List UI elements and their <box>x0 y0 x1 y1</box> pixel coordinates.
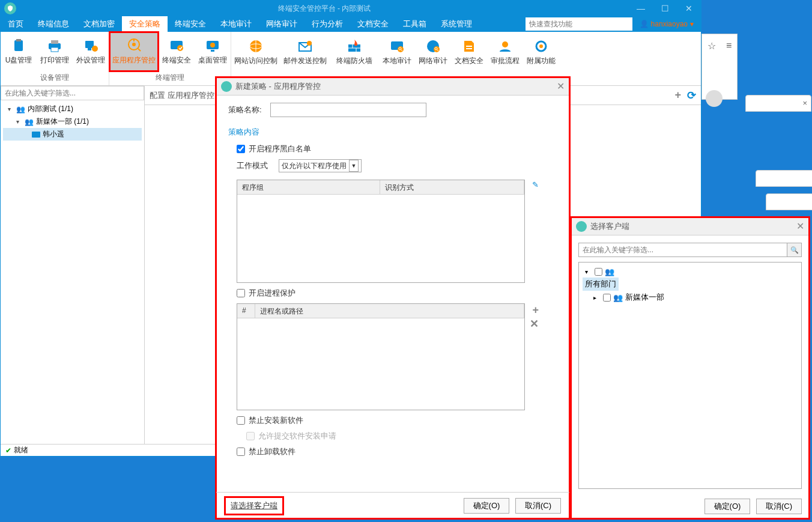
col-index: # <box>237 304 255 318</box>
refresh-button[interactable]: ⟳ <box>687 89 696 102</box>
process-grid[interactable]: # 进程名或路径 + ✕ <box>237 303 525 410</box>
menu-toolbox[interactable]: 工具箱 <box>396 16 434 32</box>
chk-dept[interactable] <box>603 294 611 302</box>
search-input[interactable] <box>526 17 632 31</box>
svg-point-27 <box>398 46 404 52</box>
svg-line-11 <box>138 49 141 51</box>
menu-behavior[interactable]: 行为分析 <box>304 16 350 32</box>
svg-rect-0 <box>14 40 23 51</box>
ok-button[interactable]: 确定(O) <box>464 498 509 514</box>
ribbon-local-audit[interactable]: 本地审计 <box>379 32 415 73</box>
ribbon-net-audit[interactable]: 网络审计 <box>415 32 451 73</box>
ribbon-print[interactable]: 打印管理 <box>37 32 73 71</box>
user-menu[interactable]: 👤 hanxiaoyao ▾ <box>632 20 701 28</box>
svg-rect-4 <box>51 47 58 52</box>
ribbon-desktop[interactable]: 桌面管理 <box>195 32 231 71</box>
search-button[interactable]: 🔍 <box>787 243 802 257</box>
background-tab <box>766 193 812 210</box>
chevron-right-icon: ▸ <box>593 294 601 301</box>
menu-terminal-security[interactable]: 终端安全 <box>168 16 213 32</box>
close-button[interactable]: ✕ <box>677 1 701 16</box>
chk-blacklist[interactable] <box>237 145 245 153</box>
people-icon: 👥 <box>613 293 623 302</box>
app-icon <box>576 221 587 232</box>
ribbon-peripheral[interactable]: 外设管理 <box>73 32 109 71</box>
people-icon: 👥 <box>16 105 25 114</box>
menu-local-audit[interactable]: 本地审计 <box>213 16 259 32</box>
ribbon-extras[interactable]: 附属功能 <box>523 32 559 73</box>
menu-terminal-info[interactable]: 终端信息 <box>31 16 76 32</box>
program-group-grid[interactable]: 程序组 识别方式 ✎ <box>237 180 525 283</box>
client-search-input[interactable] <box>578 243 787 257</box>
ribbon-app-control[interactable]: 应用程序管控 <box>109 32 159 71</box>
add-icon[interactable]: + <box>532 304 539 317</box>
ribbon-group-device: 设备管理 <box>1 71 109 85</box>
work-mode-label: 工作模式 <box>237 160 273 171</box>
close-icon[interactable]: ✕ <box>796 220 804 232</box>
cancel-button[interactable]: 取消(C) <box>515 498 561 514</box>
minimize-button[interactable]: — <box>629 1 653 16</box>
tree-root-all[interactable]: ▾ 👥 <box>583 266 798 278</box>
ribbon-firewall[interactable]: 终端防火墙 <box>330 32 379 73</box>
menu-doc-encrypt[interactable]: 文档加密 <box>76 16 122 32</box>
terminal-sec-icon <box>167 38 186 53</box>
titlebar: 终端安全管控平台 - 内部测试 — ☐ ✕ <box>1 1 701 16</box>
ribbon-approval[interactable]: 审批流程 <box>487 32 523 73</box>
ribbon-doc-security[interactable]: 文档安全 <box>451 32 487 73</box>
edit-icon[interactable]: ✎ <box>532 180 539 189</box>
svg-rect-1 <box>16 39 21 41</box>
close-icon[interactable]: ✕ <box>557 80 565 92</box>
chevron-down-icon: ▾ <box>690 20 694 28</box>
firewall-icon <box>345 39 364 53</box>
ribbon-mail-control[interactable]: 邮件发送控制 <box>280 32 330 73</box>
ribbon-web-control[interactable]: 网站访问控制 <box>231 32 280 73</box>
ribbon-terminal-sec[interactable]: 终端安全 <box>159 32 195 71</box>
tree-root[interactable]: ▾ 👥 内部测试 (1/1) <box>3 103 142 115</box>
client-tree: ▾ 👥 所有部门 ▸ 👥 新媒体一部 <box>578 262 802 489</box>
local-audit-icon <box>387 39 407 53</box>
usb-icon <box>9 38 28 53</box>
tree-dept-item[interactable]: ▸ 👥 新媒体一部 <box>583 291 798 304</box>
policy-name-input[interactable] <box>270 103 426 117</box>
select-client-dialog: 选择客户端 ✕ 🔍 ▾ 👥 所有部门 ▸ 👥 新媒体一部 确定(O) <box>571 217 810 519</box>
new-policy-dialog: 新建策略 - 应用程序管控 ✕ 策略名称: 策略内容 开启程序黑白名单 工作模式… <box>216 77 570 519</box>
tree-user[interactable]: 韩小遥 <box>3 128 142 141</box>
peripheral-icon <box>81 38 100 53</box>
star-icon: ☆ <box>707 40 716 52</box>
menu-security-policy[interactable]: 安全策略 <box>122 16 168 32</box>
org-tree: ▾ 👥 内部测试 (1/1) ▾ 👥 新媒体一部 (1/1) 韩小遥 <box>1 100 144 143</box>
background-tab: × <box>745 95 811 112</box>
sidebar-filter-input[interactable] <box>1 86 144 100</box>
chk-submit-request <box>246 432 255 440</box>
add-button[interactable]: + <box>674 89 681 102</box>
tree-dept[interactable]: ▾ 👥 新媒体一部 (1/1) <box>3 115 142 128</box>
web-icon <box>246 39 265 53</box>
tree-root-label[interactable]: 所有部门 <box>583 278 619 291</box>
net-audit-icon <box>423 39 443 53</box>
svg-point-9 <box>132 43 136 46</box>
chk-no-install[interactable] <box>237 416 245 425</box>
delete-icon[interactable]: ✕ <box>530 317 539 330</box>
select-client-link[interactable]: 请选择客户端 <box>225 497 283 515</box>
ribbon-usb[interactable]: U盘管理 <box>1 32 37 71</box>
menu-doc-security[interactable]: 文档安全 <box>350 16 396 32</box>
svg-point-7 <box>92 46 98 52</box>
app-control-icon <box>124 38 144 53</box>
svg-rect-34 <box>466 46 472 47</box>
cancel-button[interactable]: 取消(C) <box>756 499 802 514</box>
mail-icon <box>295 39 315 53</box>
user-icon: 👤 <box>640 20 649 28</box>
menu-home[interactable]: 首页 <box>1 16 31 32</box>
work-mode-select[interactable]: 仅允许以下程序使用 ▼ <box>279 159 362 172</box>
chk-process-protect[interactable] <box>237 289 245 297</box>
col-program-group: 程序组 <box>237 180 380 194</box>
menu-network-audit[interactable]: 网络审计 <box>259 16 304 32</box>
menu-system[interactable]: 系统管理 <box>434 16 479 32</box>
chk-root[interactable] <box>595 268 602 276</box>
svg-rect-16 <box>211 50 214 52</box>
svg-point-21 <box>307 41 312 46</box>
svg-point-38 <box>539 44 543 48</box>
chk-no-uninstall[interactable] <box>237 448 245 456</box>
maximize-button[interactable]: ☐ <box>653 1 677 16</box>
ok-button[interactable]: 确定(O) <box>704 499 750 514</box>
